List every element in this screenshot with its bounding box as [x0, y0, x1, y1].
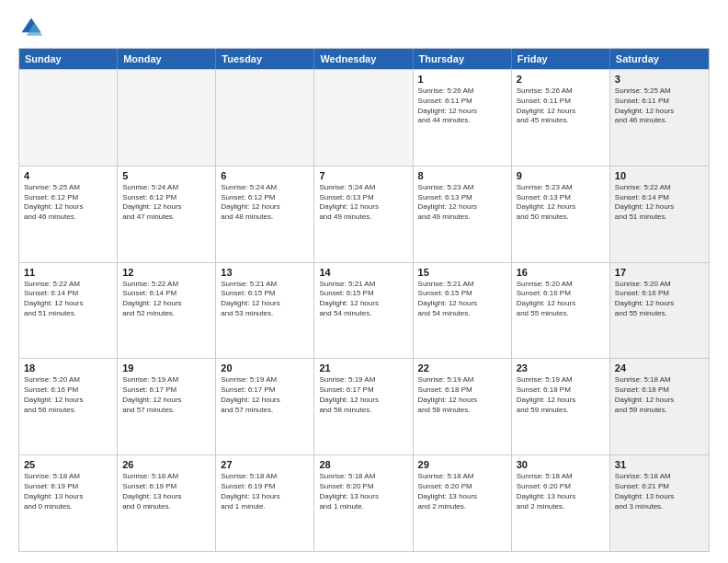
cell-info: Sunrise: 5:23 AM Sunset: 6:13 PM Dayligh…	[418, 183, 506, 223]
day-number: 4	[24, 170, 112, 181]
calendar: SundayMondayTuesdayWednesdayThursdayFrid…	[18, 48, 710, 552]
cal-cell: 9Sunrise: 5:23 AM Sunset: 6:13 PM Daylig…	[512, 167, 610, 262]
calendar-header-row: SundayMondayTuesdayWednesdayThursdayFrid…	[19, 49, 709, 69]
day-number: 7	[319, 170, 407, 181]
cell-info: Sunrise: 5:19 AM Sunset: 6:17 PM Dayligh…	[122, 375, 210, 415]
cal-cell: 13Sunrise: 5:21 AM Sunset: 6:15 PM Dayli…	[216, 263, 314, 359]
logo	[18, 15, 48, 40]
day-number: 23	[517, 362, 605, 373]
cal-week-2: 4Sunrise: 5:25 AM Sunset: 6:12 PM Daylig…	[19, 166, 709, 262]
day-number: 20	[221, 362, 309, 373]
cell-info: Sunrise: 5:20 AM Sunset: 6:16 PM Dayligh…	[615, 280, 704, 319]
day-number: 16	[517, 267, 605, 278]
cell-info: Sunrise: 5:20 AM Sunset: 6:16 PM Dayligh…	[24, 375, 112, 415]
cal-cell: 21Sunrise: 5:19 AM Sunset: 6:17 PM Dayli…	[314, 359, 413, 454]
day-number: 17	[615, 267, 704, 278]
cal-cell: 17Sunrise: 5:20 AM Sunset: 6:16 PM Dayli…	[610, 263, 709, 359]
cal-cell: 8Sunrise: 5:23 AM Sunset: 6:13 PM Daylig…	[414, 167, 512, 262]
day-number: 28	[319, 459, 407, 470]
day-number: 24	[615, 362, 704, 373]
cal-cell: 22Sunrise: 5:19 AM Sunset: 6:18 PM Dayli…	[414, 359, 512, 454]
header	[18, 15, 710, 40]
cal-cell: 25Sunrise: 5:18 AM Sunset: 6:19 PM Dayli…	[19, 455, 118, 551]
day-number: 21	[319, 362, 407, 373]
cell-info: Sunrise: 5:25 AM Sunset: 6:11 PM Dayligh…	[615, 86, 704, 126]
cal-cell: 2Sunrise: 5:26 AM Sunset: 6:11 PM Daylig…	[512, 70, 610, 166]
cell-info: Sunrise: 5:24 AM Sunset: 6:12 PM Dayligh…	[122, 183, 210, 223]
cell-info: Sunrise: 5:26 AM Sunset: 6:11 PM Dayligh…	[418, 86, 506, 126]
cal-cell: 11Sunrise: 5:22 AM Sunset: 6:14 PM Dayli…	[19, 263, 118, 359]
day-number: 22	[418, 362, 506, 373]
cal-week-3: 11Sunrise: 5:22 AM Sunset: 6:14 PM Dayli…	[19, 262, 709, 359]
cal-week-1: 1Sunrise: 5:26 AM Sunset: 6:11 PM Daylig…	[19, 69, 709, 166]
cal-cell: 26Sunrise: 5:18 AM Sunset: 6:19 PM Dayli…	[118, 455, 216, 551]
day-number: 11	[24, 267, 112, 278]
cell-info: Sunrise: 5:21 AM Sunset: 6:15 PM Dayligh…	[319, 280, 407, 319]
cell-info: Sunrise: 5:18 AM Sunset: 6:19 PM Dayligh…	[122, 472, 210, 511]
cal-header-saturday: Saturday	[610, 49, 709, 69]
day-number: 30	[517, 459, 605, 470]
cell-info: Sunrise: 5:25 AM Sunset: 6:12 PM Dayligh…	[24, 183, 112, 223]
cal-cell: 15Sunrise: 5:21 AM Sunset: 6:15 PM Dayli…	[414, 263, 512, 359]
cal-cell: 1Sunrise: 5:26 AM Sunset: 6:11 PM Daylig…	[414, 70, 512, 166]
day-number: 10	[615, 170, 704, 181]
cell-info: Sunrise: 5:24 AM Sunset: 6:13 PM Dayligh…	[319, 183, 407, 223]
cal-cell	[19, 70, 118, 166]
cal-cell: 18Sunrise: 5:20 AM Sunset: 6:16 PM Dayli…	[19, 359, 118, 454]
cal-cell: 27Sunrise: 5:18 AM Sunset: 6:19 PM Dayli…	[216, 455, 314, 551]
cell-info: Sunrise: 5:21 AM Sunset: 6:15 PM Dayligh…	[221, 280, 309, 319]
cal-cell	[216, 70, 314, 166]
cell-info: Sunrise: 5:24 AM Sunset: 6:12 PM Dayligh…	[221, 183, 309, 223]
cell-info: Sunrise: 5:22 AM Sunset: 6:14 PM Dayligh…	[24, 280, 112, 319]
cal-header-friday: Friday	[512, 49, 610, 69]
day-number: 27	[221, 459, 309, 470]
cal-cell: 10Sunrise: 5:22 AM Sunset: 6:14 PM Dayli…	[610, 167, 709, 262]
cal-cell: 28Sunrise: 5:18 AM Sunset: 6:20 PM Dayli…	[314, 455, 413, 551]
cell-info: Sunrise: 5:18 AM Sunset: 6:20 PM Dayligh…	[319, 472, 407, 511]
cal-cell: 31Sunrise: 5:18 AM Sunset: 6:21 PM Dayli…	[610, 455, 709, 551]
cal-cell: 5Sunrise: 5:24 AM Sunset: 6:12 PM Daylig…	[118, 167, 216, 262]
day-number: 5	[122, 170, 210, 181]
day-number: 19	[122, 362, 210, 373]
cal-header-wednesday: Wednesday	[314, 49, 413, 69]
cell-info: Sunrise: 5:19 AM Sunset: 6:17 PM Dayligh…	[319, 375, 407, 415]
cal-cell: 12Sunrise: 5:22 AM Sunset: 6:14 PM Dayli…	[118, 263, 216, 359]
day-number: 31	[615, 459, 704, 470]
day-number: 26	[122, 459, 210, 470]
cell-info: Sunrise: 5:22 AM Sunset: 6:14 PM Dayligh…	[122, 280, 210, 319]
cell-info: Sunrise: 5:20 AM Sunset: 6:16 PM Dayligh…	[517, 280, 605, 319]
cal-cell: 3Sunrise: 5:25 AM Sunset: 6:11 PM Daylig…	[610, 70, 709, 166]
cal-cell: 14Sunrise: 5:21 AM Sunset: 6:15 PM Dayli…	[314, 263, 413, 359]
page: SundayMondayTuesdayWednesdayThursdayFrid…	[0, 0, 728, 563]
cell-info: Sunrise: 5:19 AM Sunset: 6:18 PM Dayligh…	[418, 375, 506, 415]
cell-info: Sunrise: 5:22 AM Sunset: 6:14 PM Dayligh…	[615, 183, 704, 223]
cal-week-4: 18Sunrise: 5:20 AM Sunset: 6:16 PM Dayli…	[19, 358, 709, 454]
calendar-body: 1Sunrise: 5:26 AM Sunset: 6:11 PM Daylig…	[19, 69, 709, 551]
cell-info: Sunrise: 5:19 AM Sunset: 6:18 PM Dayligh…	[517, 375, 605, 415]
cell-info: Sunrise: 5:18 AM Sunset: 6:19 PM Dayligh…	[221, 472, 309, 511]
cal-cell: 19Sunrise: 5:19 AM Sunset: 6:17 PM Dayli…	[118, 359, 216, 454]
day-number: 13	[221, 267, 309, 278]
day-number: 2	[517, 74, 605, 85]
cal-cell: 24Sunrise: 5:18 AM Sunset: 6:18 PM Dayli…	[610, 359, 709, 454]
day-number: 18	[24, 362, 112, 373]
cal-header-tuesday: Tuesday	[216, 49, 314, 69]
day-number: 6	[221, 170, 309, 181]
day-number: 29	[418, 459, 506, 470]
day-number: 1	[418, 74, 506, 85]
cal-cell: 30Sunrise: 5:18 AM Sunset: 6:20 PM Dayli…	[512, 455, 610, 551]
day-number: 15	[418, 267, 506, 278]
cell-info: Sunrise: 5:18 AM Sunset: 6:19 PM Dayligh…	[24, 472, 112, 511]
cell-info: Sunrise: 5:18 AM Sunset: 6:18 PM Dayligh…	[615, 375, 704, 415]
cell-info: Sunrise: 5:23 AM Sunset: 6:13 PM Dayligh…	[517, 183, 605, 223]
cal-cell: 4Sunrise: 5:25 AM Sunset: 6:12 PM Daylig…	[19, 167, 118, 262]
cal-cell: 6Sunrise: 5:24 AM Sunset: 6:12 PM Daylig…	[216, 167, 314, 262]
cal-cell	[314, 70, 413, 166]
cell-info: Sunrise: 5:19 AM Sunset: 6:17 PM Dayligh…	[221, 375, 309, 415]
cell-info: Sunrise: 5:21 AM Sunset: 6:15 PM Dayligh…	[418, 280, 506, 319]
cal-cell: 7Sunrise: 5:24 AM Sunset: 6:13 PM Daylig…	[314, 167, 413, 262]
cal-cell	[118, 70, 216, 166]
cell-info: Sunrise: 5:18 AM Sunset: 6:20 PM Dayligh…	[418, 472, 506, 511]
day-number: 9	[517, 170, 605, 181]
cal-cell: 16Sunrise: 5:20 AM Sunset: 6:16 PM Dayli…	[512, 263, 610, 359]
